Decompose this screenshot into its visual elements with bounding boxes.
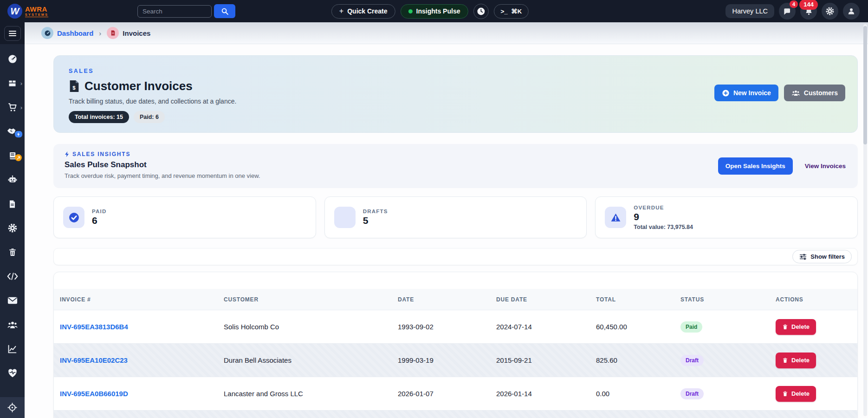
gauge-icon bbox=[41, 27, 53, 39]
logo-mark-icon: W bbox=[7, 4, 22, 19]
status-badge: Draft bbox=[680, 388, 704, 399]
quick-create-button[interactable]: + Quick Create bbox=[331, 4, 395, 19]
invoice-link[interactable]: INV-695EA3813D6B4 bbox=[60, 323, 128, 331]
sidebar-item-dashboard[interactable] bbox=[0, 47, 25, 71]
user-avatar-icon bbox=[847, 7, 856, 16]
search-input[interactable] bbox=[137, 5, 212, 18]
left-sidebar: › › bbox=[0, 22, 25, 418]
sidebar-item-packages[interactable]: › bbox=[0, 71, 25, 95]
table-row: INV-695EA3813D6B4 Solis Holcomb Co 1993-… bbox=[54, 310, 857, 343]
svg-text:$: $ bbox=[72, 85, 76, 91]
sidebar-item-analytics[interactable] bbox=[0, 337, 25, 361]
gauge-icon bbox=[7, 54, 18, 64]
plus-icon: + bbox=[339, 7, 343, 15]
view-invoices-link[interactable]: View Invoices bbox=[805, 163, 846, 170]
vertical-scrollbar[interactable] bbox=[863, 24, 867, 416]
messages-count-badge: 4 bbox=[790, 0, 798, 8]
delete-button[interactable]: Delete bbox=[776, 353, 816, 368]
total-invoices-badge: Total invoices: 15 bbox=[69, 111, 129, 123]
gear-icon bbox=[7, 223, 18, 233]
date-cell: 2026-01-07 bbox=[398, 390, 496, 398]
breadcrumb-dashboard[interactable]: Dashboard bbox=[41, 27, 93, 39]
sidebar-item-trash[interactable] bbox=[0, 240, 25, 264]
due-date-cell: 2026-01-14 bbox=[496, 390, 596, 398]
status-badge: Paid bbox=[680, 321, 702, 333]
sidebar-item-mail[interactable] bbox=[0, 288, 25, 313]
total-cell: 60,450.00 bbox=[596, 323, 680, 331]
drafts-icon-placeholder bbox=[334, 207, 356, 228]
plus-circle-icon bbox=[722, 89, 730, 97]
customer-cell: Duran Bell Associates bbox=[224, 356, 398, 364]
sidebar-item-ai-assistant[interactable] bbox=[0, 168, 25, 192]
cart-icon bbox=[7, 102, 18, 112]
sidebar-item-health[interactable] bbox=[0, 361, 25, 385]
app-frame: › › bbox=[0, 22, 868, 418]
paid-count-badge: Paid: 6 bbox=[134, 111, 165, 123]
sidebar-item-ledger[interactable] bbox=[0, 144, 25, 168]
sidebar-item-partners[interactable] bbox=[0, 119, 25, 144]
scrollbar-thumb[interactable] bbox=[863, 26, 867, 144]
company-selector[interactable]: Harvey LLC bbox=[725, 4, 774, 18]
breadcrumb-separator: › bbox=[99, 29, 101, 37]
settings-button[interactable] bbox=[822, 3, 838, 20]
sidebar-item-settings[interactable] bbox=[0, 216, 25, 240]
sidebar-item-orders[interactable]: › bbox=[0, 95, 25, 119]
logo-name: AWRA bbox=[25, 6, 48, 13]
trash-icon bbox=[8, 248, 17, 257]
users-group-icon bbox=[7, 320, 18, 329]
customers-button[interactable]: Customers bbox=[784, 85, 845, 101]
breadcrumb: Dashboard › Invoices bbox=[25, 22, 868, 44]
stat-card-overdue: OVERDUE 9 Total value: 73,975.84 bbox=[595, 196, 858, 238]
sales-insights-card: SALES INSIGHTS Sales Pulse Snapshot Trac… bbox=[53, 144, 858, 188]
top-navbar: W AWRA SYSTEMS + Quick Create Insights P… bbox=[0, 0, 868, 22]
invoice-link[interactable]: INV-695EA10E02C23 bbox=[60, 356, 128, 364]
chevron-right-icon: › bbox=[20, 104, 22, 111]
messages-button[interactable]: 4 bbox=[779, 3, 796, 20]
terminal-prompt-icon: >_ bbox=[500, 8, 507, 15]
delete-button[interactable]: Delete bbox=[776, 386, 816, 402]
filter-bar: Show filters bbox=[53, 248, 858, 265]
command-palette-button[interactable]: >_ ⌘K bbox=[493, 4, 529, 19]
new-invoice-button[interactable]: New Invoice bbox=[714, 85, 778, 101]
crosshair-icon bbox=[7, 403, 17, 412]
history-clock-button[interactable] bbox=[473, 4, 488, 19]
search-button[interactable] bbox=[214, 4, 235, 18]
search-icon bbox=[221, 7, 229, 15]
date-cell: 1993-09-02 bbox=[398, 323, 496, 331]
main-column: Dashboard › Invoices SALES $ Customer In… bbox=[25, 22, 868, 418]
page-header-card: SALES $ Customer Invoices Track billing … bbox=[53, 55, 858, 133]
delete-button[interactable]: Delete bbox=[776, 319, 816, 335]
sidebar-item-customers[interactable] bbox=[0, 313, 25, 337]
sidebar-item-documents[interactable] bbox=[0, 192, 25, 216]
insights-pulse-button[interactable]: Insights Pulse bbox=[401, 4, 468, 19]
sidebar-item-target[interactable] bbox=[0, 397, 25, 418]
breadcrumb-invoices: Invoices bbox=[107, 27, 150, 39]
hamburger-icon bbox=[8, 30, 17, 37]
open-sales-insights-button[interactable]: Open Sales Insights bbox=[718, 157, 793, 175]
warning-triangle-icon bbox=[605, 207, 626, 228]
due-date-cell: 2024-07-14 bbox=[496, 323, 596, 331]
column-header-date: DATE bbox=[398, 296, 496, 303]
invoice-link[interactable]: INV-695EA0B66019D bbox=[60, 390, 128, 398]
table-row-partial bbox=[54, 410, 857, 418]
navbar-right-actions: Harvey LLC 4 144 bbox=[725, 3, 860, 20]
notifications-button[interactable]: 144 bbox=[800, 3, 817, 20]
sidebar-toggle-button[interactable] bbox=[4, 26, 21, 41]
sliders-icon bbox=[799, 254, 807, 260]
navbar-center-actions: + Quick Create Insights Pulse >_ ⌘K bbox=[331, 4, 529, 19]
column-header-actions: ACTIONS bbox=[776, 296, 857, 303]
profile-button[interactable] bbox=[843, 3, 860, 20]
stat-value: 5 bbox=[363, 215, 388, 226]
sidebar-item-developer[interactable] bbox=[0, 264, 25, 288]
app-logo[interactable]: W AWRA SYSTEMS bbox=[7, 4, 77, 19]
lightning-bolt-icon bbox=[65, 151, 70, 157]
code-icon bbox=[7, 272, 18, 281]
invoice-file-icon bbox=[107, 27, 119, 39]
envelope-icon bbox=[7, 296, 18, 305]
invoices-table: INVOICE # CUSTOMER DATE DUE DATE TOTAL S… bbox=[53, 272, 858, 418]
bolt-badge-icon bbox=[15, 131, 22, 137]
notifications-count-badge: 144 bbox=[799, 0, 818, 10]
show-filters-button[interactable]: Show filters bbox=[792, 250, 852, 263]
robot-icon bbox=[7, 175, 18, 185]
column-header-due-date: DUE DATE bbox=[496, 296, 596, 303]
